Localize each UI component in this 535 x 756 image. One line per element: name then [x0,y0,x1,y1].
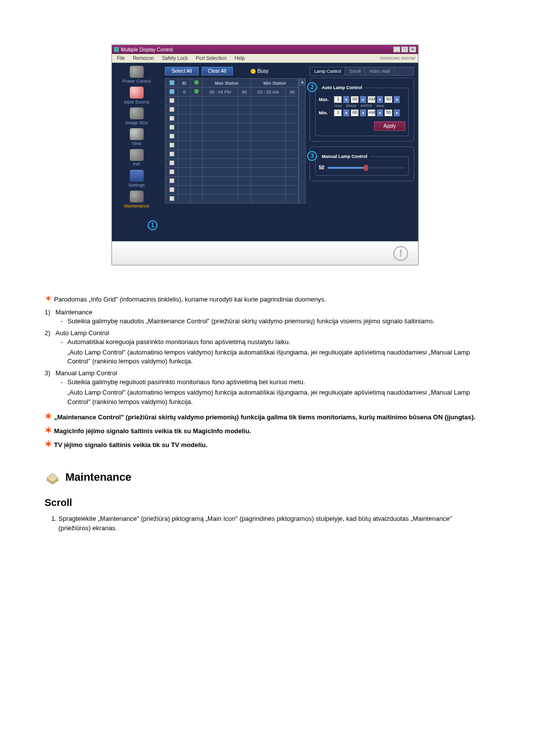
status-dot-icon [194,80,199,85]
table-row[interactable] [165,141,299,150]
image-size-icon [130,107,144,119]
slider-thumb-icon[interactable] [364,165,368,171]
settings-icon [130,170,144,182]
row-checkbox[interactable] [169,134,174,139]
chevron-down-icon[interactable]: ▾ [360,109,366,116]
checkbox-icon [169,80,174,85]
table-row[interactable] [165,123,299,132]
close-icon[interactable]: ✕ [409,47,416,52]
sidebar-input-source[interactable]: Input Source [124,87,149,104]
star-icon: ✶ [45,412,52,422]
min-row: Min. 1▾ 00▾ AM▾ 50▾ [319,109,405,116]
center-panel: Select All Clear All Busy ID [161,63,310,241]
min-value-input[interactable]: 50 [384,109,392,116]
sidebar-power-control[interactable]: Power Control [122,66,151,84]
sidebar-settings[interactable]: Settings [128,170,145,188]
chevron-down-icon[interactable]: ▾ [360,96,366,103]
row-checkbox[interactable] [169,169,174,174]
table-row[interactable] [165,195,299,203]
table-row[interactable] [165,114,299,123]
bold-note-3: TV įėjimo signalo šaltinis veikia tik su… [54,441,485,450]
busy-indicator-icon [251,69,256,74]
scroll-up-icon[interactable]: ▲ [299,79,305,86]
note-1-body: Suteikia galimybę naudotis „Maintenance … [67,317,435,326]
sidebar-image-size[interactable]: Image Size [125,107,148,125]
tab-lamp-control[interactable]: Lamp Control [310,67,345,75]
note-2-title: Auto Lamp Control [55,329,109,337]
max-value-input[interactable]: 50 [384,96,392,103]
max-row: Max. 1▾ 00▾ AM▾ 50▾ [319,96,405,103]
brightness-slider[interactable] [327,167,405,169]
max-hour-input[interactable]: 1 [334,96,342,103]
min-minute-input[interactable]: 00 [351,109,359,116]
grid-scrollbar[interactable]: ▲ [299,78,306,203]
row-checkbox[interactable] [169,89,174,94]
chevron-down-icon[interactable]: ▾ [394,109,400,116]
app-icon [114,47,119,52]
sidebar-maintenance[interactable]: Maintenance [124,191,150,208]
row-checkbox[interactable] [169,107,174,112]
sidebar-time[interactable]: Time [130,128,144,146]
bold-note-2: MagicInfo įėjimo signalo šaltinis veikia… [54,427,485,436]
manual-lamp-panel: 3 Manual Lamp Control 50 [310,147,414,181]
row-checkbox[interactable] [169,187,174,192]
star-icon: ✶ [45,426,52,436]
app-screenshot: Multiple Display Control _ □ ✕ File Remo… [111,45,419,265]
annotation-1: 1 [148,220,158,230]
minimize-icon[interactable]: _ [393,47,400,52]
chevron-down-icon[interactable]: ▾ [377,109,383,116]
menu-port-selection[interactable]: Port Selection [194,55,228,61]
table-row[interactable] [165,132,299,141]
chevron-down-icon[interactable]: ▾ [343,109,349,116]
row-checkbox[interactable] [169,125,174,130]
table-row[interactable] [165,97,299,105]
maximize-icon[interactable]: □ [401,47,408,52]
row-checkbox[interactable] [169,196,174,201]
chevron-down-icon[interactable]: ▾ [343,96,349,103]
row-checkbox[interactable] [169,143,174,148]
apply-button[interactable]: Apply [374,121,405,131]
slider-value: 50 [319,165,324,170]
pip-icon [130,149,144,161]
row-checkbox[interactable] [169,151,174,156]
scroll-heading: Scroll [45,497,485,508]
menu-help[interactable]: Help [232,55,247,61]
info-grid: ID Max Status Min Status 0 05 : 04 PM 6 [165,78,299,203]
max-ampm-input[interactable]: AM [368,96,375,103]
right-panel: Lamp Control Scroll Video Wall 2 Auto La… [310,63,418,241]
sidebar-pip[interactable]: PIP [130,149,144,167]
max-minute-input[interactable]: 00 [351,96,359,103]
col-check[interactable] [165,79,178,88]
table-row[interactable] [165,177,299,186]
star-icon: ✶ [45,440,52,450]
select-all-button[interactable]: Select All [165,67,198,75]
tab-video-wall[interactable]: Video Wall [365,67,395,75]
row-checkbox[interactable] [169,98,174,103]
chevron-down-icon[interactable]: ▾ [394,96,400,103]
table-row[interactable] [165,186,299,195]
note-3-title: Manual Lamp Control [55,369,117,377]
clear-all-button[interactable]: Clear All [202,67,233,75]
row-checkbox[interactable] [169,116,174,121]
table-row[interactable] [165,105,299,114]
min-hour-input[interactable]: 1 [334,109,342,116]
maintenance-section-icon [45,469,60,485]
table-row[interactable] [165,150,299,159]
table-row[interactable] [165,159,299,168]
menu-remocon[interactable]: Remocon [131,55,156,61]
busy-label: Busy [258,68,268,74]
row-status-icon [194,89,199,94]
chevron-down-icon[interactable]: ▾ [377,96,383,103]
table-row[interactable]: 0 05 : 04 PM 60 03 : 02 AM 80 [165,88,299,97]
svg-rect-0 [114,47,119,52]
tab-scroll[interactable]: Scroll [345,67,365,75]
note-3-body1: Suteikia galimybę reguliuoti pasirinkto … [67,378,305,387]
menu-file[interactable]: File [115,55,127,61]
row-checkbox[interactable] [169,160,174,165]
table-row[interactable] [165,168,299,177]
power-icon [130,66,144,78]
min-ampm-input[interactable]: AM [368,109,375,116]
menu-safety-lock[interactable]: Safety Lock [160,55,190,61]
row-checkbox[interactable] [169,178,174,183]
window-title: Multiple Display Control [121,47,173,52]
